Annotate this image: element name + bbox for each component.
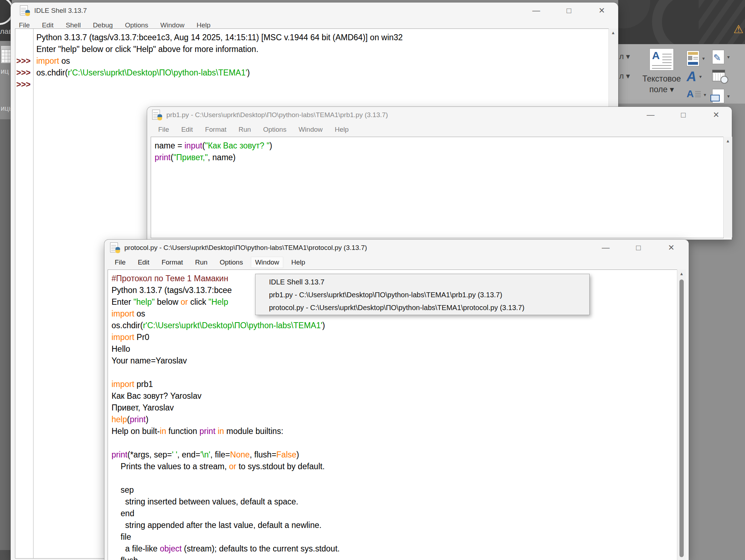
protocol-menu-6[interactable]: Window [251, 257, 283, 268]
textbox-icon: А [650, 48, 674, 70]
quick-parts-icon [687, 51, 699, 66]
prb1-menu-2[interactable]: Edit [177, 124, 197, 135]
code-line: print(*args, sep=' ', end='\n', file=Non… [112, 449, 676, 461]
prb1-code: name = input("Как Вас зовут? ")print("Пр… [155, 137, 723, 238]
prb1-text-area[interactable]: name = input("Как Вас зовут? ")print("Пр… [151, 137, 724, 238]
scroll-up-icon[interactable]: ▲ [609, 30, 617, 35]
chevron-down-icon: ▾ [704, 92, 706, 98]
minimize-button[interactable]: — [596, 240, 616, 256]
protocol-menu-4[interactable]: Run [191, 257, 212, 268]
date-time-button[interactable] [712, 70, 725, 81]
chevron-down-icon: ▾ [699, 74, 702, 79]
maximize-button[interactable]: □ [673, 107, 693, 123]
prb1-menu-5[interactable]: Options [259, 124, 290, 135]
word-status-bar-edge [0, 550, 12, 560]
scrollbar-thumb[interactable] [679, 279, 684, 557]
word-left-edge: лав иц ицы [0, 0, 12, 560]
decorative-arc [0, 0, 12, 25]
ribbon-partial-label: ицы [1, 104, 12, 112]
scroll-up-icon[interactable]: ▲ [677, 271, 686, 276]
close-button[interactable]: ✕ [706, 107, 726, 123]
prb1-window-title: prb1.py - C:\Users\uprkt\Desktop\ПО\pyth… [166, 111, 388, 119]
protocol-title-bar[interactable]: protocol.py - C:\Users\uprkt\Desktop\ПО\… [104, 240, 689, 256]
scroll-up-icon[interactable]: ▲ [724, 138, 732, 143]
code-line: print("Привет,", name) [155, 152, 723, 163]
code-line: Как Вас зовут? Yaroslav [112, 390, 676, 402]
prb1-menu-bar: FileEditFormatRunOptionsWindowHelp [147, 123, 721, 136]
code-line: import Pr0 [112, 331, 676, 343]
signature-line-button[interactable]: ✎ ▾ [712, 50, 730, 64]
date-time-icon [712, 70, 725, 81]
shell-prompt: >>> [16, 55, 31, 67]
shell-title-bar[interactable]: IDLE Shell 3.13.7 — □ ✕ [11, 2, 618, 19]
prb1-menu-7[interactable]: Help [331, 124, 352, 135]
code-line: Привет, Yaroslav [112, 402, 676, 414]
protocol-menu-7[interactable]: Help [287, 257, 309, 268]
decorative-stripes [699, 0, 745, 44]
code-line: Hello [112, 343, 676, 355]
desktop: ⚠ л ▾ л ▾ А Текстовое поле ▾ ▾ А ▾ [0, 0, 745, 560]
chevron-down-icon: ▾ [727, 54, 730, 60]
textbox-label-2: поле ▾ [639, 84, 684, 95]
quick-parts-button[interactable]: ▾ [687, 51, 705, 66]
code-line: help(print) [112, 414, 676, 425]
code-line: Prints the values to a stream, or to sys… [112, 461, 676, 472]
prb1-menu-4[interactable]: Run [235, 124, 255, 135]
table-grid-icon[interactable] [1, 46, 11, 63]
code-line: os.chdir(r'C:\Users\uprkt\Desktop\ПО\pyt… [112, 320, 676, 331]
python-file-icon [110, 242, 120, 253]
prb1-menu-3[interactable]: Format [201, 124, 230, 135]
window-menu-dropdown: IDLE Shell 3.13.7prb1.py - C:\Users\uprk… [255, 274, 590, 315]
decorative-circle [618, 0, 650, 28]
window-menu-item-2[interactable]: prb1.py - C:\Users\uprkt\Desktop\ПО\pyth… [255, 288, 589, 301]
minimize-button[interactable]: — [641, 107, 661, 123]
signature-icon: ✎ [712, 50, 724, 64]
code-line: name = input("Как Вас зовут? ") [155, 140, 723, 152]
prb1-menu-1[interactable]: File [154, 124, 173, 135]
minimize-button[interactable]: — [526, 2, 546, 19]
prb1-title-bar[interactable]: prb1.py - C:\Users\uprkt\Desktop\ПО\pyth… [147, 107, 732, 123]
insert-object-button[interactable]: ▾ [712, 89, 730, 103]
object-icon [712, 89, 724, 103]
code-line: file [112, 531, 676, 543]
code-line [112, 437, 676, 449]
code-line: os.chdir(r'C:\Users\uprkt\Desktop\ПО\pyt… [36, 67, 608, 79]
warning-icon[interactable]: ⚠ [733, 23, 744, 35]
code-line: string inserted between values, default … [112, 496, 676, 508]
protocol-menu-3[interactable]: Format [157, 257, 187, 268]
prb1-menu-6[interactable]: Window [295, 124, 327, 135]
ribbon-partial-label: иц [1, 67, 9, 75]
chevron-down-icon: ▾ [702, 56, 705, 61]
protocol-editor-window: protocol.py - C:\Users\uprkt\Desktop\ПО\… [104, 240, 689, 560]
prb1-editor-window: prb1.py - C:\Users\uprkt\Desktop\ПО\pyth… [147, 107, 732, 240]
ribbon-partial-button-1[interactable]: л ▾ [619, 52, 630, 61]
code-line: import os [36, 55, 608, 67]
ribbon-text-group: ▾ А ▾ А ▾ ✎ ▾ ▾ [687, 48, 745, 103]
word-left-header: лав [0, 0, 12, 41]
code-line [36, 79, 608, 90]
close-button[interactable]: ✕ [592, 2, 612, 19]
textbox-label: Текстовое [639, 73, 684, 84]
prb1-scrollbar[interactable]: ▲ [723, 137, 732, 237]
window-menu-item-1[interactable]: IDLE Shell 3.13.7 [255, 276, 589, 288]
code-line: Your name=Yaroslav [112, 355, 676, 367]
chevron-down-icon: ▾ [727, 93, 730, 99]
python-file-icon [152, 110, 162, 120]
protocol-menu-1[interactable]: File [111, 257, 130, 268]
ribbon-partial-button-2[interactable]: л ▾ [619, 72, 630, 81]
protocol-menu-2[interactable]: Edit [134, 257, 154, 268]
protocol-menu-5[interactable]: Options [216, 257, 247, 268]
dropcap-button[interactable]: А ▾ [687, 89, 706, 100]
window-menu-item-3[interactable]: protocol.py - C:\Users\uprkt\Desktop\ПО\… [255, 301, 589, 314]
shell-prompt: >>> [16, 79, 31, 90]
protocol-scrollbar[interactable]: ▲ [677, 269, 686, 560]
code-line: end [112, 508, 676, 519]
protocol-window-title: protocol.py - C:\Users\uprkt\Desktop\ПО\… [124, 244, 367, 252]
code-line: Python 3.13.7 (tags/v3.13.7:bcee1c3, Aug… [36, 32, 608, 43]
textbox-button[interactable]: А Текстовое поле ▾ [639, 47, 684, 103]
maximize-button[interactable]: □ [559, 2, 579, 19]
maximize-button[interactable]: □ [628, 240, 648, 256]
close-button[interactable]: ✕ [661, 240, 681, 256]
wordart-button[interactable]: А ▾ [687, 70, 702, 83]
code-line: import prb1 [112, 378, 676, 390]
